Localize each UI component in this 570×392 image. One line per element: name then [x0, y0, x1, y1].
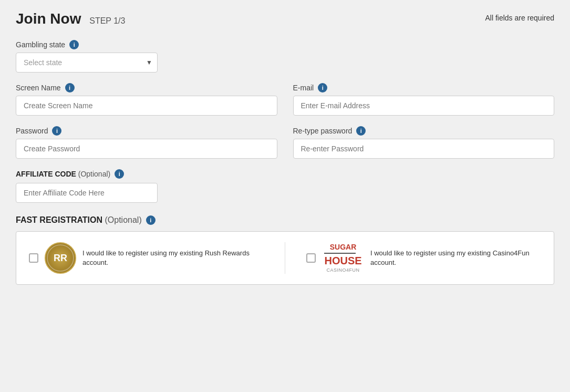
sugarhouse-logo: SUGAR HOUSE CASINO4FUN [322, 243, 364, 272]
fast-reg-optional-text: (Optional) [105, 215, 142, 224]
casino4fun-option-text: I would like to register using my existi… [370, 249, 541, 267]
gambling-state-info-icon[interactable]: i [69, 40, 79, 49]
fast-reg-box: RR I would like to register using my exi… [16, 231, 554, 285]
retype-password-info-icon[interactable]: i [356, 126, 366, 136]
password-info-icon[interactable]: i [52, 126, 61, 136]
options-divider [285, 242, 285, 274]
email-info-icon[interactable]: i [318, 83, 327, 92]
state-select-wrapper: Select state ▼ [16, 53, 158, 73]
sugarhouse-text: SUGAR HOUSE [324, 243, 361, 266]
affiliate-optional-text: (Optional) [78, 170, 110, 178]
screen-name-field: Screen Name i [16, 83, 277, 116]
fast-registration-section: FAST REGISTRATION (Optional) i RR I woul… [16, 215, 554, 285]
email-field: E-mail i [293, 83, 555, 116]
rush-rewards-option: RR I would like to register using my exi… [29, 242, 264, 274]
title-text: Join Now [16, 11, 81, 27]
password-field: Password i [16, 126, 277, 159]
casino4fun-subtext: CASINO4FUN [326, 267, 359, 273]
retype-password-label: Re-type password [293, 127, 353, 135]
password-section: Password i Re-type password i [16, 126, 554, 159]
affiliate-label-row: AFFILIATE CODE (Optional) i [16, 169, 554, 179]
affiliate-label: AFFILIATE CODE (Optional) [16, 170, 110, 178]
gambling-state-section: Gambling state i Select state ▼ [16, 40, 554, 73]
password-input[interactable] [16, 139, 277, 159]
page-container: Join Now STEP 1/3 All fields are require… [0, 0, 570, 392]
affiliate-code-input[interactable] [16, 183, 158, 203]
state-select[interactable]: Select state [16, 53, 158, 73]
email-label: E-mail [293, 84, 314, 92]
affiliate-label-text: AFFILIATE CODE [16, 170, 76, 178]
fast-reg-label-row: FAST REGISTRATION (Optional) i [16, 215, 554, 225]
retype-password-label-row: Re-type password i [293, 126, 555, 136]
rush-rewards-logo: RR [45, 242, 76, 274]
screen-name-label: Screen Name [16, 84, 61, 92]
email-input[interactable] [293, 96, 555, 116]
affiliate-input-wrapper [16, 183, 158, 203]
fast-reg-info-icon[interactable]: i [146, 215, 156, 225]
retype-password-input[interactable] [293, 139, 555, 159]
gambling-state-label-row: Gambling state i [16, 40, 554, 49]
step-label: STEP 1/3 [89, 16, 125, 25]
rr-logo-text: RR [54, 253, 67, 264]
retype-password-field: Re-type password i [293, 126, 555, 159]
screen-name-label-row: Screen Name i [16, 83, 277, 92]
casino4fun-checkbox[interactable] [306, 253, 316, 263]
gambling-state-label: Gambling state [16, 40, 65, 49]
affiliate-info-icon[interactable]: i [115, 169, 124, 179]
affiliate-code-section: AFFILIATE CODE (Optional) i [16, 169, 554, 203]
page-title: Join Now STEP 1/3 [16, 11, 125, 27]
rush-rewards-checkbox[interactable] [29, 253, 38, 263]
email-label-row: E-mail i [293, 83, 555, 92]
screen-name-info-icon[interactable]: i [65, 83, 75, 92]
password-label: Password [16, 127, 48, 135]
screen-name-input[interactable] [16, 96, 277, 116]
rush-rewards-option-text: I would like to register using my existi… [82, 249, 264, 267]
header-row: Join Now STEP 1/3 All fields are require… [16, 11, 554, 27]
fast-reg-label: FAST REGISTRATION (Optional) [16, 215, 142, 225]
required-note: All fields are required [485, 14, 554, 22]
sugarhouse-divider-line [324, 253, 356, 254]
password-label-row: Password i [16, 126, 277, 136]
casino4fun-option: SUGAR HOUSE CASINO4FUN I would like to r… [306, 243, 541, 272]
fast-reg-label-text: FAST REGISTRATION [16, 215, 102, 224]
screen-name-email-section: Screen Name i E-mail i [16, 83, 554, 116]
